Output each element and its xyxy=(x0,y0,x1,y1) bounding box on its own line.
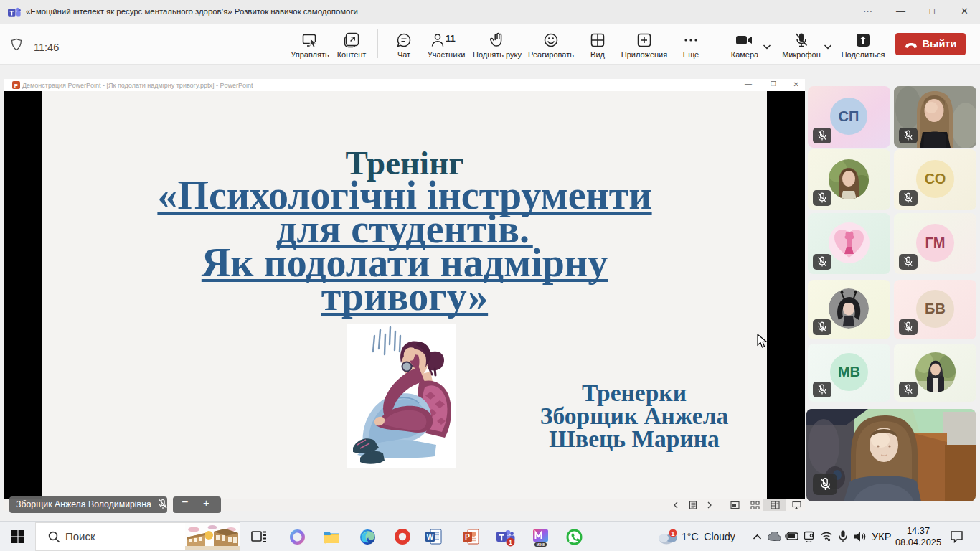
svg-text:1: 1 xyxy=(671,529,675,537)
svg-text:W: W xyxy=(427,532,434,541)
svg-text:M365: M365 xyxy=(537,543,545,547)
svg-text:P: P xyxy=(465,532,470,541)
svg-text:1: 1 xyxy=(509,539,512,546)
svg-text:P: P xyxy=(14,83,19,89)
svg-text:11: 11 xyxy=(446,33,456,44)
